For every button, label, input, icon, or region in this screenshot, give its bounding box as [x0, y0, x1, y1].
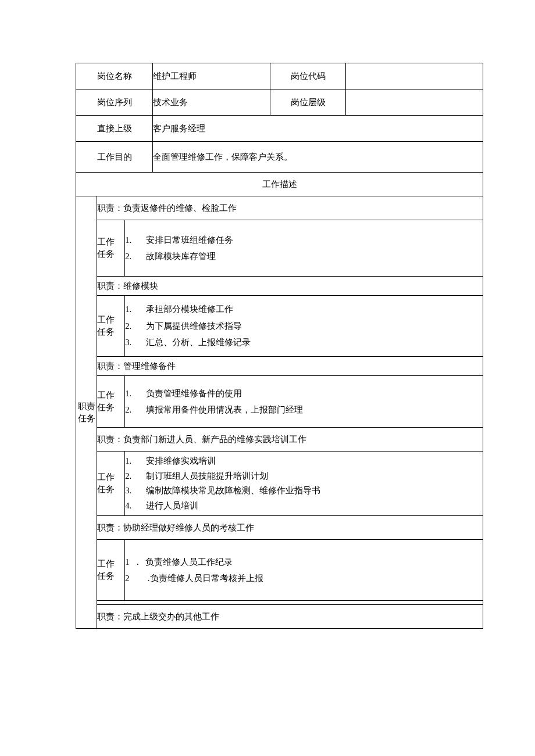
row-position-series: 岗位序列 技术业务 岗位层级 [76, 89, 483, 116]
task-label-4: 工作 任务 [97, 452, 125, 516]
d2-t2: 为下属提供维修技术指导 [146, 318, 242, 335]
d5-t1: . 负责维修人员工作纪录 [137, 554, 233, 571]
row-supervisor: 直接上级 客户服务经理 [76, 116, 483, 142]
row-position-name: 岗位名称 维护工程师 岗位代码 [76, 63, 483, 89]
d4-t4: 进行人员培训 [146, 499, 198, 514]
d2-n2: 2. [125, 318, 146, 335]
duty-5-title: 职责：协助经理做好维修人员的考核工作 [97, 516, 483, 540]
duty-6-title-row: 职责：完成上级交办的其他工作 [76, 605, 483, 629]
spacer-row [76, 601, 483, 605]
task-label-line2: 任务 [97, 248, 124, 260]
d2-n1: 1. [125, 301, 146, 318]
d3-n2: 2. [125, 402, 146, 418]
label-supervisor: 直接上级 [76, 116, 153, 142]
value-purpose: 全面管理维修工作，保障客户关系。 [153, 142, 483, 173]
value-supervisor: 客户服务经理 [153, 116, 483, 142]
row-purpose: 工作目的 全面管理维修工作，保障客户关系。 [76, 142, 483, 173]
d4-n2: 2. [125, 469, 146, 484]
d5-t2: .负责维修人员日常考核并上报 [137, 570, 263, 587]
value-position-series: 技术业务 [153, 89, 270, 116]
duty-5-tasks-row: 工作 任务 1. 负责维修人员工作纪录 2 .负责维修人员日常考核并上报 [76, 540, 483, 601]
task-label-line2b: 任务 [97, 326, 124, 338]
duty-1-tasks-row: 工作 任务 1.安排日常班组维修任务 2.故障模块库存管理 [76, 220, 483, 277]
duty-3-title-row: 职责：管理维修备件 [76, 357, 483, 376]
label-position-series: 岗位序列 [76, 89, 153, 116]
d4-n4: 4. [125, 499, 146, 514]
task-label-line2d: 任务 [97, 483, 124, 496]
d4-t1: 安排维修实戏培训 [146, 454, 216, 469]
d3-t1: 负责管理维修备件的使用 [146, 385, 242, 402]
duty-2-tasks-row: 工作 任务 1.承担部分模块维修工作 2.为下属提供维修技术指导 3.汇总、分析… [76, 296, 483, 357]
label-position-name: 岗位名称 [76, 63, 153, 89]
task-label-line1: 工作 [97, 236, 124, 248]
d4-t3: 编制故障模块常见故障检测、维修作业指导书 [146, 483, 320, 499]
duty-1-title: 职责：负责返修件的维修、检脸工作 [97, 196, 483, 220]
d4-n1: 1. [125, 454, 146, 469]
duty-5-tasks: 1. 负责维修人员工作纪录 2 .负责维修人员日常考核并上报 [125, 540, 483, 601]
duty-4-tasks-row: 工作 任务 1.安排维修实戏培训 2.制订班组人员技能提升培训计划 3.编制故障… [76, 452, 483, 516]
duty-4-tasks: 1.安排维修实戏培训 2.制订班组人员技能提升培训计划 3.编制故障模块常见故障… [125, 452, 483, 516]
task-label-line1e: 工作 [97, 558, 124, 570]
value-position-level [346, 89, 483, 116]
duty-4-title: 职责：负责部门新进人员、新产品的维修实践培训工作 [97, 428, 483, 452]
job-description-document: 岗位名称 维护工程师 岗位代码 岗位序列 技术业务 岗位层级 直接上级 客户服务… [76, 63, 483, 629]
job-table: 岗位名称 维护工程师 岗位代码 岗位序列 技术业务 岗位层级 直接上级 客户服务… [76, 63, 483, 629]
duty-6-title: 职责：完成上级交办的其他工作 [97, 605, 483, 629]
d5-n2: 2 [125, 570, 137, 587]
duty-5-title-row: 职责：协助经理做好维修人员的考核工作 [76, 516, 483, 540]
task-label-5: 工作 任务 [97, 540, 125, 601]
value-position-code [346, 63, 483, 89]
task-label-line1b: 工作 [97, 314, 124, 326]
task-label-line1d: 工作 [97, 471, 124, 483]
d3-n1: 1. [125, 385, 146, 402]
d1-n2: 2. [125, 248, 146, 265]
task-label-1: 工作 任务 [97, 220, 125, 277]
task-label-line2c: 任务 [97, 402, 124, 414]
d4-t2: 制订班组人员技能提升培训计划 [146, 469, 268, 484]
duty-3-title: 职责：管理维修备件 [97, 357, 483, 376]
task-label-line2e: 任务 [97, 570, 124, 582]
duty-3-tasks: 1.负责管理维修备件的使用 2.填报常用备件使用情况表，上报部门经理 [125, 376, 483, 428]
d4-n3: 3. [125, 483, 146, 499]
d3-t2: 填报常用备件使用情况表，上报部门经理 [146, 402, 303, 418]
d2-t3: 汇总、分析、上报维修记录 [146, 334, 251, 351]
value-position-name: 维护工程师 [153, 63, 270, 89]
d1-t2: 故障模块库存管理 [146, 248, 216, 265]
duty-3-tasks-row: 工作 任务 1.负责管理维修备件的使用 2.填报常用备件使用情况表，上报部门经理 [76, 376, 483, 428]
task-label-2b: 工作 任务 [97, 296, 125, 357]
side-label-line2: 任务 [76, 413, 97, 425]
label-position-code: 岗位代码 [270, 63, 346, 89]
duty-2-title: 职责：维修模块 [97, 277, 483, 296]
duty-2-tasks: 1.承担部分模块维修工作 2.为下属提供维修技术指导 3.汇总、分析、上报维修记… [125, 296, 483, 357]
d1-n1: 1. [125, 232, 146, 249]
d1-t1: 安排日常班组维修任务 [146, 232, 233, 249]
d2-t1: 承担部分模块维修工作 [146, 301, 233, 318]
label-position-level: 岗位层级 [270, 89, 346, 116]
side-label: 职责 任务 [76, 196, 97, 629]
side-label-line1: 职责 [76, 400, 97, 413]
row-section-title: 工作描述 [76, 173, 483, 196]
task-label-line1c: 工作 [97, 389, 124, 402]
duty-4-title-row: 职责：负责部门新进人员、新产品的维修实践培训工作 [76, 428, 483, 452]
duty-1-title-row: 职责 任务 职责：负责返修件的维修、检脸工作 [76, 196, 483, 220]
section-title: 工作描述 [76, 173, 483, 196]
label-purpose: 工作目的 [76, 142, 153, 173]
duty-2-title-row: 职责：维修模块 [76, 277, 483, 296]
task-label-3: 工作 任务 [97, 376, 125, 428]
duty-1-tasks: 1.安排日常班组维修任务 2.故障模块库存管理 [125, 220, 483, 277]
d5-n1: 1 [125, 554, 137, 571]
d2-n3: 3. [125, 334, 146, 351]
